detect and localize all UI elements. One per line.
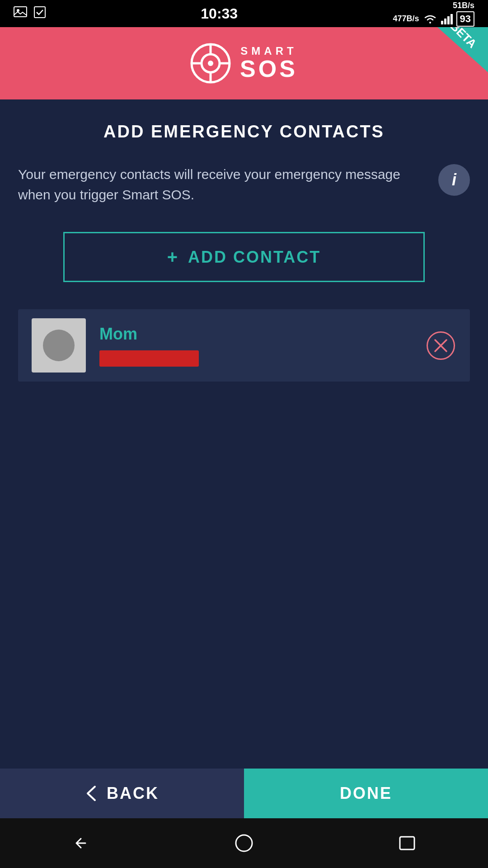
main-content: ADD EMERGENCY CONTACTS Your emergency co…	[0, 99, 488, 404]
info-text: Your emergency contacts will receive you…	[18, 164, 425, 205]
svg-rect-18	[400, 837, 414, 849]
system-home-button[interactable]	[234, 833, 254, 853]
beta-label: BETA	[447, 27, 479, 51]
svg-point-9	[208, 61, 213, 66]
plus-icon: +	[167, 247, 179, 267]
status-bar: 10:33 51B/s 477B/s 93	[0, 0, 488, 27]
status-right-info: 51B/s 477B/s 93	[393, 1, 474, 27]
system-nav-bar	[0, 818, 488, 868]
battery-level: 93	[456, 11, 474, 27]
svg-rect-2	[34, 7, 45, 18]
system-back-button[interactable]	[72, 834, 90, 852]
add-contact-label: ADD CONTACT	[188, 248, 321, 267]
contact-name: Mom	[99, 325, 411, 344]
logo-text-block: SMART SOS	[240, 45, 298, 82]
network-speed: 51B/s	[453, 1, 474, 10]
app-header: SMART SOS BETA	[0, 27, 488, 99]
done-label: DONE	[340, 784, 392, 803]
download-speed: 477B/s	[393, 14, 419, 24]
status-left-icons	[14, 6, 46, 21]
contact-card: Mom	[18, 309, 470, 382]
svg-rect-5	[447, 16, 450, 24]
status-time: 10:33	[201, 5, 238, 22]
logo-container: SMART SOS	[190, 43, 298, 84]
back-button[interactable]: BACK	[0, 769, 244, 818]
avatar-circle	[43, 330, 75, 361]
svg-point-1	[17, 9, 19, 12]
info-icon[interactable]: i	[438, 164, 470, 196]
done-button[interactable]: DONE	[244, 769, 488, 818]
page-title: ADD EMERGENCY CONTACTS	[18, 122, 470, 142]
contact-avatar	[32, 318, 86, 373]
signal-icon	[441, 14, 453, 24]
remove-contact-button[interactable]	[425, 330, 456, 361]
svg-point-17	[236, 835, 252, 851]
add-contact-button[interactable]: + ADD CONTACT	[63, 232, 425, 282]
bottom-navigation: BACK DONE	[0, 769, 488, 818]
logo-main-text: SOS	[240, 56, 298, 82]
task-icon	[34, 6, 46, 21]
svg-rect-3	[441, 21, 443, 24]
sos-logo-icon	[190, 43, 231, 84]
contact-phone-redacted	[99, 350, 199, 367]
image-icon	[14, 6, 27, 21]
svg-rect-0	[14, 7, 27, 17]
remove-icon	[426, 331, 455, 360]
beta-banner: BETA	[416, 27, 488, 72]
back-chevron-icon	[85, 784, 98, 802]
system-home-icon	[234, 833, 254, 853]
system-recents-button[interactable]	[398, 835, 416, 851]
svg-rect-6	[450, 14, 453, 24]
system-back-icon	[72, 834, 90, 852]
back-label: BACK	[107, 784, 159, 803]
svg-rect-4	[444, 19, 446, 24]
contact-info: Mom	[99, 325, 411, 367]
info-section: Your emergency contacts will receive you…	[18, 164, 470, 205]
wifi-icon	[423, 14, 437, 24]
system-recents-icon	[398, 835, 416, 851]
